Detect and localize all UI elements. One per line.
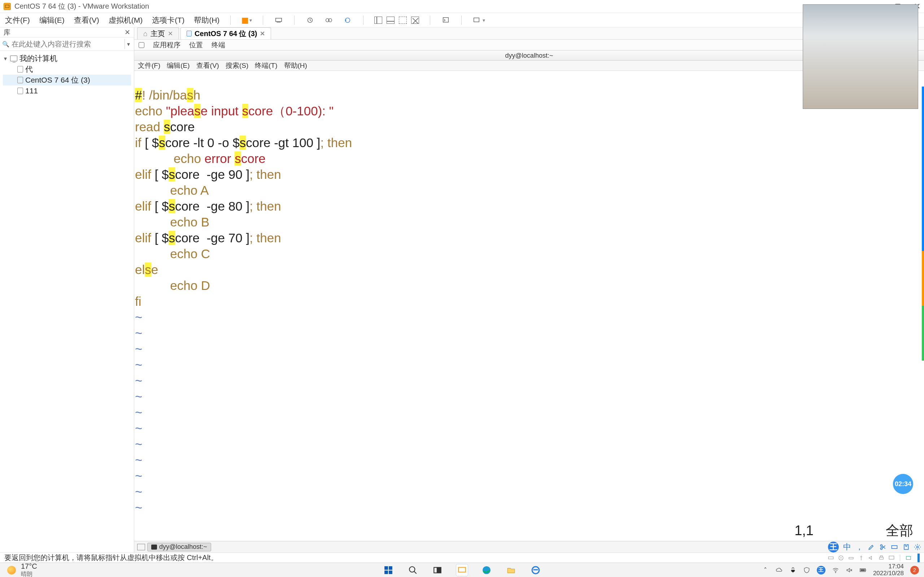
tab-home[interactable]: ⌂ 主页 ✕: [137, 27, 179, 39]
tab-vm[interactable]: CentOS 7 64 位 (3) ✕: [181, 27, 271, 39]
tree-vm-item[interactable]: CentOS 7 64 位 (3): [3, 75, 131, 85]
layout-toggle-group[interactable]: [374, 16, 419, 24]
t: ; then: [249, 199, 281, 213]
t: [ $: [155, 167, 168, 181]
explorer-taskbar-icon[interactable]: [505, 564, 517, 576]
t: s: [187, 88, 194, 102]
gnome-terminal-menu[interactable]: 终端: [212, 40, 225, 50]
ime-puzzle-icon[interactable]: [902, 543, 909, 551]
battery-icon[interactable]: [859, 567, 867, 574]
vmware-taskbar-icon[interactable]: [456, 564, 468, 576]
pause-vm-button[interactable]: ▮▮▾: [241, 16, 252, 24]
home-icon: ⌂: [143, 29, 148, 38]
device-display-icon[interactable]: [888, 554, 895, 561]
tree-vm-item[interactable]: 111: [3, 85, 131, 96]
t: ~: [135, 326, 142, 340]
snapshot-icon[interactable]: [305, 16, 315, 25]
library-search-input[interactable]: [11, 40, 122, 48]
t: s: [168, 167, 175, 181]
svg-rect-17: [880, 556, 882, 557]
layout-fullscreen-icon[interactable]: [399, 16, 407, 24]
device-net-icon[interactable]: [848, 554, 855, 561]
show-desktop-icon[interactable]: [137, 544, 145, 550]
task-view-button[interactable]: [431, 564, 444, 576]
menu-vm[interactable]: 虚拟机(M): [109, 15, 142, 25]
edge-taskbar-icon[interactable]: [480, 564, 493, 576]
menu-view[interactable]: 查看(V): [74, 15, 99, 25]
device-sound-icon[interactable]: [868, 554, 874, 561]
vim-editor[interactable]: #! /bin/bash echo "please input score（0-…: [134, 71, 924, 541]
tray-chevron-icon[interactable]: ˄: [762, 567, 769, 574]
ime-punct-icon[interactable]: ，: [855, 542, 863, 553]
snapshot-manage-icon[interactable]: [324, 16, 333, 25]
svg-rect-33: [866, 569, 866, 571]
onedrive-icon[interactable]: [775, 567, 783, 574]
t: s: [242, 104, 249, 118]
mic-icon[interactable]: [789, 567, 796, 574]
sidebar-close-icon[interactable]: ✕: [124, 28, 130, 36]
defender-icon[interactable]: [803, 567, 810, 574]
snapshot-revert-icon[interactable]: [343, 16, 352, 25]
term-menu-view[interactable]: 查看(V): [196, 61, 219, 70]
gnome-apps[interactable]: 应用程序: [153, 40, 181, 50]
tree-item-label: 111: [25, 87, 38, 95]
console-view-icon[interactable]: [441, 16, 451, 25]
stretch-dropdown[interactable]: ▾: [472, 16, 485, 24]
ime-gear-icon[interactable]: [914, 543, 921, 551]
t: if: [135, 135, 145, 150]
menu-file[interactable]: 文件(F): [5, 15, 30, 25]
vim-status-line: 1,1 全部: [134, 520, 924, 541]
svg-point-8: [880, 548, 882, 549]
ime-zh-icon[interactable]: 中: [843, 542, 851, 553]
taskbar-clock[interactable]: 17:04 2022/10/28: [873, 563, 904, 577]
activities-icon[interactable]: [139, 42, 144, 48]
vm-icon: [17, 66, 23, 73]
device-hd-icon[interactable]: [828, 554, 834, 561]
term-menu-help[interactable]: 帮助(H): [284, 61, 307, 70]
term-menu-search[interactable]: 搜索(S): [226, 61, 248, 70]
term-menu-edit[interactable]: 编辑(E): [167, 61, 189, 70]
ime-wang-tray-icon[interactable]: 王: [817, 566, 825, 574]
floating-timer[interactable]: 02:34: [893, 474, 913, 494]
ime-scissors-icon[interactable]: [879, 543, 887, 551]
term-menu-file[interactable]: 文件(F): [138, 61, 160, 70]
layout-unity-icon[interactable]: [411, 16, 419, 24]
notification-badge[interactable]: 2: [910, 566, 919, 574]
device-cd-icon[interactable]: [838, 554, 844, 561]
vmware-titlebar: CentOS 7 64 位 (3) - VMware Workstation —…: [0, 0, 924, 13]
svg-point-24: [409, 567, 415, 572]
gnome-places[interactable]: 位置: [189, 40, 203, 50]
wifi-icon[interactable]: [832, 567, 839, 574]
ime-wang-icon[interactable]: 王: [828, 542, 839, 553]
weather-icon[interactable]: [7, 566, 16, 574]
message-log-icon[interactable]: [905, 554, 912, 561]
search-dropdown-icon[interactable]: ▾: [124, 39, 132, 49]
svg-rect-7: [474, 18, 479, 22]
search-button[interactable]: [407, 564, 419, 576]
computer-icon: [10, 56, 17, 61]
ie-taskbar-icon[interactable]: [530, 564, 542, 576]
svg-rect-21: [389, 566, 393, 570]
layout-bottom-icon[interactable]: [386, 16, 394, 24]
t: ~: [135, 374, 142, 388]
svg-rect-6: [443, 17, 449, 22]
tab-close-icon[interactable]: ✕: [260, 30, 265, 37]
term-menu-terminal[interactable]: 终端(T): [255, 61, 277, 70]
send-keys-icon[interactable]: [274, 16, 283, 25]
menu-tabs[interactable]: 选项卡(T): [152, 15, 184, 25]
start-button[interactable]: [382, 564, 394, 576]
device-printer-icon[interactable]: [878, 554, 885, 561]
menu-edit[interactable]: 编辑(E): [39, 15, 65, 25]
tab-close-icon[interactable]: ✕: [168, 30, 173, 37]
menu-help[interactable]: 帮助(H): [194, 15, 220, 25]
tree-root[interactable]: ▾ 我的计算机: [3, 53, 131, 64]
device-usb-icon[interactable]: [858, 554, 864, 561]
ime-keyboard-icon[interactable]: [891, 543, 898, 551]
ime-pencil-icon[interactable]: [868, 543, 875, 551]
t: ; then: [249, 231, 281, 245]
volume-mute-icon[interactable]: [846, 567, 853, 574]
layout-sidebar-icon[interactable]: [374, 16, 382, 24]
taskbar-terminal-button[interactable]: dyy@localhost:~: [147, 543, 211, 551]
tree-vm-item[interactable]: 代: [3, 64, 131, 75]
t: elif: [135, 199, 155, 213]
